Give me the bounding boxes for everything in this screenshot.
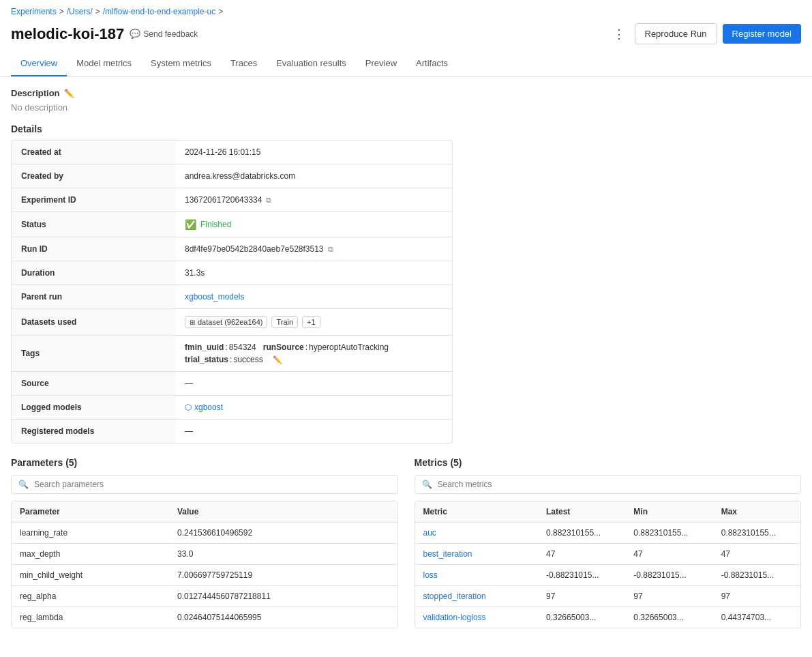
more-options-button[interactable]: ⋮ [609, 24, 629, 44]
details-label-created-by: Created by [12, 164, 175, 188]
header-right: ⋮ Reproduce Run Register model [609, 23, 802, 44]
tag-key-fmin: fmin_uuid [185, 342, 224, 352]
col-header-value: Value [169, 501, 397, 522]
tab-system-metrics[interactable]: System metrics [141, 51, 221, 76]
breadcrumb-users[interactable]: /Users/ [67, 7, 93, 16]
experiment-id-copy-icon[interactable]: ⧉ [266, 196, 271, 205]
table-row: max_depth 33.0 [12, 544, 397, 565]
details-row-logged-models: Logged models ⬡ xgboost [12, 396, 452, 420]
param-name: reg_lambda [12, 607, 169, 628]
tab-model-metrics[interactable]: Model metrics [67, 51, 141, 76]
metrics-table-header: Metric Latest Min Max [415, 501, 801, 523]
tab-artifacts[interactable]: Artifacts [406, 51, 457, 76]
details-value-created-at: 2024-11-26 16:01:15 [175, 141, 452, 164]
details-label-status: Status [12, 212, 175, 237]
tag-trial-status: trial_status : success [185, 355, 263, 364]
col-header-max: Max [713, 501, 800, 522]
description-section-title: Description ✏️ [11, 88, 801, 98]
logged-model-link[interactable]: ⬡ xgboost [185, 403, 223, 412]
tag-sep3: : [230, 355, 232, 364]
register-model-button[interactable]: Register model [723, 24, 801, 44]
details-row-tags: Tags fmin_uuid : 854324 runSource : hype… [12, 336, 452, 372]
metric-min: 97 [625, 586, 712, 607]
metrics-search-box[interactable]: 🔍 [415, 475, 802, 494]
tags-row2: trial_status : success ✏️ [185, 355, 282, 364]
feedback-button[interactable]: 💬 Send feedback [130, 29, 198, 39]
details-value-run-id: 8df4fe97be0542b2840aeb7e528f3513 ⧉ [175, 237, 452, 261]
status-text: Finished [200, 220, 231, 229]
details-value-experiment-id: 13672061720643334 ⧉ [175, 188, 452, 211]
metric-link[interactable]: auc [423, 528, 436, 538]
tag-runsource: runSource : hyperoptAutoTracking [263, 342, 389, 352]
parameters-search-box[interactable]: 🔍 [11, 475, 398, 494]
param-value: 0.241536610496592 [169, 523, 397, 543]
reproduce-button[interactable]: Reproduce Run [635, 23, 717, 44]
table-row: loss -0.88231015... -0.88231015... -0.88… [415, 565, 801, 586]
metric-link[interactable]: validation-logloss [423, 613, 486, 622]
status-finished: ✅ Finished [185, 219, 231, 230]
tab-preview[interactable]: Preview [356, 51, 406, 76]
details-label-duration: Duration [12, 261, 175, 284]
table-row: learning_rate 0.241536610496592 [12, 523, 397, 544]
run-id-copy-icon[interactable]: ⧉ [328, 245, 333, 254]
dataset-tag[interactable]: ⊞ dataset (962ea164) [185, 316, 267, 328]
metric-latest: 47 [538, 544, 625, 564]
tag-sep2: : [305, 342, 307, 352]
details-label-tags: Tags [12, 336, 175, 371]
param-name: min_child_weight [12, 565, 169, 585]
details-row-duration: Duration 31.3s [12, 261, 452, 285]
col-header-latest: Latest [538, 501, 625, 522]
details-row-created-by: Created by andrea.kress@databricks.com [12, 164, 452, 188]
parameters-search-input[interactable] [34, 480, 391, 489]
metrics-section: Metrics (5) 🔍 Metric Latest Min Max auc … [415, 457, 802, 628]
tab-traces[interactable]: Traces [221, 51, 267, 76]
param-name: learning_rate [12, 523, 169, 543]
search-icon: 🔍 [18, 480, 29, 489]
details-value-registered-models: — [175, 420, 452, 443]
tag-key-trial: trial_status [185, 355, 228, 364]
details-row-registered-models: Registered models — [12, 420, 452, 443]
details-table: Created at 2024-11-26 16:01:15 Created b… [11, 140, 453, 443]
col-header-min: Min [625, 501, 712, 522]
tab-overview[interactable]: Overview [11, 51, 67, 76]
breadcrumb-experiments[interactable]: Experiments [11, 7, 57, 16]
tab-evaluation-results[interactable]: Evaluation results [267, 51, 356, 76]
metric-latest: 0.882310155... [538, 523, 625, 543]
details-value-datasets: ⊞ dataset (962ea164) Train +1 [175, 309, 452, 335]
metrics-search-input[interactable] [438, 480, 794, 489]
tab-eval-group: Evaluation results Preview [267, 51, 406, 76]
parameters-section: Parameters (5) 🔍 Parameter Value learnin… [11, 457, 398, 628]
breadcrumb-path[interactable]: /mlflow-end-to-end-example-uc [103, 7, 215, 16]
param-name: max_depth [12, 544, 169, 564]
details-label-datasets: Datasets used [12, 309, 175, 335]
run-id-text: 8df4fe97be0542b2840aeb7e528f3513 [185, 244, 324, 254]
table-row: reg_alpha 0.0127444560787218811 [12, 586, 397, 607]
dataset-name: dataset (962ea164) [198, 318, 262, 326]
tag-val-runsource: hyperoptAutoTracking [309, 342, 389, 352]
param-value: 0.0127444560787218811 [169, 586, 397, 607]
details-value-parent-run: xgboost_models [175, 285, 452, 308]
metric-max: 0.44374703... [713, 607, 800, 628]
parameters-table: Parameter Value learning_rate 0.24153661… [11, 501, 398, 628]
tag-fmin-uuid: fmin_uuid : 854324 [185, 342, 256, 352]
description-edit-icon[interactable]: ✏️ [64, 89, 74, 98]
metric-link[interactable]: stopped_iteration [423, 592, 486, 601]
parent-run-link[interactable]: xgboost_models [185, 292, 244, 302]
tags-edit-icon[interactable]: ✏️ [273, 355, 282, 364]
metric-name: loss [415, 565, 539, 585]
details-row-created-at: Created at 2024-11-26 16:01:15 [12, 141, 452, 164]
plus-datasets-tag[interactable]: +1 [302, 316, 320, 328]
metric-name: best_iteration [415, 544, 539, 564]
details-label-parent-run: Parent run [12, 285, 175, 308]
metric-max: 97 [713, 586, 800, 607]
metric-link[interactable]: best_iteration [423, 549, 472, 559]
metric-latest: 0.32665003... [538, 607, 625, 628]
tag-val-fmin: 854324 [229, 342, 256, 352]
details-label-registered-models: Registered models [12, 420, 175, 443]
bottom-section: Parameters (5) 🔍 Parameter Value learnin… [11, 457, 801, 628]
details-label-created-at: Created at [12, 141, 175, 164]
metric-link[interactable]: loss [423, 570, 438, 580]
description-label: Description [11, 88, 60, 98]
status-check-icon: ✅ [185, 219, 196, 230]
description-value: No description [11, 102, 801, 113]
